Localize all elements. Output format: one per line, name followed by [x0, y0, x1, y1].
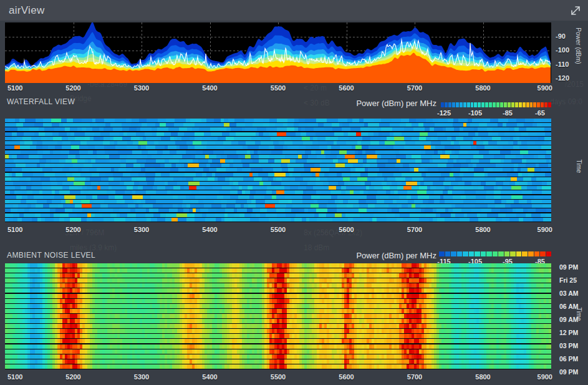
- colorbar-segment: [544, 102, 547, 107]
- colorbar-tick-label: -105: [468, 109, 482, 117]
- colorbar-segment: [533, 102, 536, 107]
- x-axis-tick-label: 5200: [65, 84, 80, 92]
- x-axis-tick-label: 5400: [202, 84, 217, 92]
- colorbar-segment: [481, 102, 484, 107]
- x-axis-tick-label: 5500: [271, 373, 286, 381]
- x-axis-tick-label: 5900: [537, 373, 552, 381]
- x-axis-tick-label: 5600: [339, 84, 354, 92]
- x-axis-tick-label: 5500: [271, 226, 286, 233]
- x-axis-tick-label: 5700: [407, 373, 422, 381]
- x-axis-tick-label: 5600: [339, 226, 354, 233]
- colorbar-segment: [489, 102, 492, 107]
- x-axis-tick-label: 5400: [202, 373, 217, 381]
- time-tick-label: 03 AM: [559, 290, 579, 297]
- colorbar-segment: [451, 251, 456, 256]
- colorbar-segment: [475, 251, 480, 256]
- colorbar-segment: [471, 102, 474, 107]
- colorbar-segment: [460, 102, 463, 107]
- app-header: airView: [0, 0, 588, 21]
- colorbar-segment: [467, 102, 470, 107]
- colorbar-segment: [526, 102, 529, 107]
- colorbar-segment: [474, 102, 477, 107]
- time-tick-label: 03 PM: [559, 342, 578, 349]
- ambient-heatmap: [5, 263, 551, 369]
- time-tick-label: Fri 25: [559, 276, 577, 284]
- colorbar-segment: [528, 251, 534, 256]
- colorbar-segment: [510, 251, 516, 256]
- ambient-time-axis-label: Time: [576, 302, 582, 327]
- colorbar-segment: [548, 102, 551, 107]
- x-axis-tick-label: 5800: [475, 226, 490, 233]
- x-axis-tick-label: 5800: [475, 373, 490, 381]
- colorbar-segment: [508, 102, 511, 107]
- x-axis-tick-label: 5100: [7, 373, 22, 381]
- colorbar-segment: [463, 102, 466, 107]
- colorbar-segment: [534, 251, 540, 256]
- colorbar-segment: [441, 102, 444, 107]
- realtime-spectrum-chart: [5, 22, 551, 83]
- waterfall-colorbar: [441, 102, 551, 107]
- colorbar-segment: [530, 102, 533, 107]
- x-axis-tick-label: 5600: [339, 373, 354, 381]
- time-tick-label: 06 PM: [559, 355, 578, 363]
- colorbar-tick-label: -125: [437, 109, 451, 117]
- colorbar-segment: [504, 102, 507, 107]
- x-axis-tick-label: 5500: [271, 84, 286, 92]
- waterfall-heatmap: [5, 119, 551, 222]
- ambient-legend-label: Power (dBm) per MHz: [299, 251, 436, 260]
- ghost-text: days 09:0: [550, 97, 582, 106]
- expand-icon[interactable]: [569, 4, 582, 17]
- colorbar-tick-label: -85: [503, 109, 513, 117]
- waterfall-legend-label: Power (dBm) per MHz: [299, 99, 436, 108]
- x-axis-tick-label: 5300: [134, 226, 149, 233]
- colorbar-segment: [541, 102, 544, 107]
- colorbar-segment: [456, 102, 459, 107]
- ambient-x-axis: 510052005300540055005600570058005900: [0, 373, 588, 382]
- spectrum-y-tick: -90: [556, 32, 577, 41]
- colorbar-segment: [500, 102, 503, 107]
- page-title: airView: [9, 4, 45, 17]
- colorbar-segment: [445, 251, 451, 256]
- waterfall-title: WATERFALL VIEW: [7, 97, 75, 106]
- x-axis-tick-label: 5900: [537, 84, 552, 92]
- spectrum-y-tick: -100: [556, 46, 577, 54]
- spectrum-y-tick: -120: [556, 74, 577, 82]
- colorbar-segment: [522, 251, 528, 256]
- colorbar-segment: [515, 102, 518, 107]
- waterfall-x-axis: 510052005300540055005600570058005900: [0, 226, 588, 235]
- colorbar-segment: [537, 102, 540, 107]
- colorbar-segment: [469, 251, 475, 256]
- x-axis-tick-label: 5700: [407, 84, 422, 92]
- waterfall-time-axis-label: Time: [576, 154, 582, 179]
- colorbar-segment: [481, 251, 486, 256]
- colorbar-segment: [485, 102, 488, 107]
- x-axis-tick-label: 5300: [134, 373, 149, 381]
- colorbar-segment: [523, 102, 526, 107]
- colorbar-segment: [439, 251, 445, 256]
- x-axis-tick-label: 5100: [7, 84, 22, 92]
- x-axis-tick-label: 5200: [65, 226, 80, 233]
- x-axis-tick-label: 5400: [202, 226, 217, 233]
- colorbar-segment: [519, 102, 522, 107]
- x-axis-tick-label: 5900: [537, 226, 552, 233]
- ambient-title: AMBIENT NOISE LEVEL: [7, 251, 95, 260]
- x-axis-tick-label: 5200: [65, 373, 80, 381]
- colorbar-segment: [493, 102, 496, 107]
- colorbar-segment: [546, 251, 552, 256]
- airview-window: airView -beta.28469Bridge< 20 m< 30 dB/2…: [0, 0, 588, 385]
- colorbar-segment: [540, 251, 546, 256]
- colorbar-segment: [511, 102, 514, 107]
- colorbar-segment: [498, 251, 504, 256]
- colorbar-segment: [448, 102, 451, 107]
- time-tick-label: 09 PM: [559, 263, 578, 271]
- spectrum-y-tick: -110: [556, 61, 577, 69]
- time-tick-label: 12 PM: [559, 329, 578, 336]
- spectrum-x-axis: 510052005300540055005600570058005900: [0, 84, 588, 93]
- colorbar-segment: [478, 102, 481, 107]
- colorbar-segment: [463, 251, 468, 256]
- colorbar-segment: [496, 102, 499, 107]
- colorbar-tick-label: -65: [535, 109, 545, 117]
- colorbar-segment: [486, 251, 492, 256]
- x-axis-tick-label: 5300: [134, 84, 149, 92]
- spectrum-y-axis-label: Power (dBm): [575, 24, 582, 68]
